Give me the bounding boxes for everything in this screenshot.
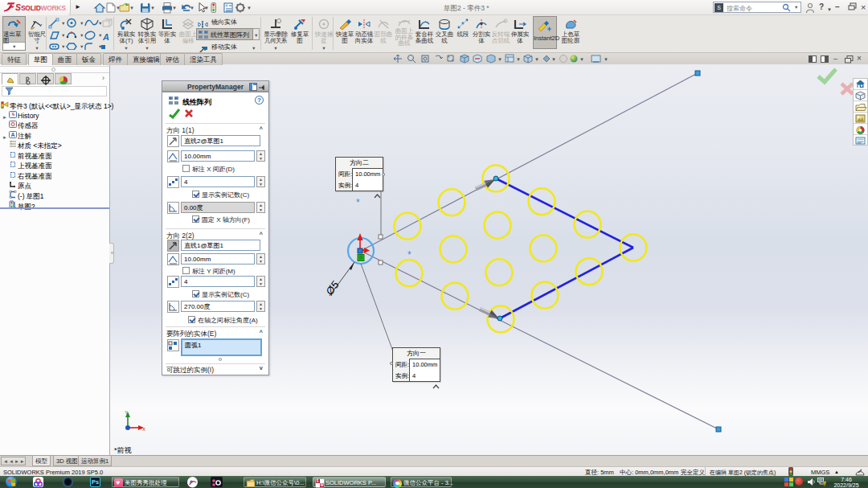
svg-text:*前视: *前视 [114,446,132,454]
svg-text:▼: ▼ [604,57,608,62]
svg-text:▼: ▼ [204,6,209,10]
svg-text:▼: ▼ [172,6,177,10]
svg-text:*: * [356,197,360,208]
svg-text:Ø5: Ø5 [323,278,342,297]
svg-text:X: X [142,427,145,432]
svg-text:Y: Y [125,410,128,415]
svg-text:▼: ▼ [247,6,252,10]
svg-text:▼: ▼ [150,6,155,10]
svg-text:*: * [407,249,411,260]
svg-text:▼: ▼ [534,57,539,62]
svg-text:S: S [317,479,319,483]
svg-text:A: A [102,32,109,42]
svg-text:WORKS: WORKS [41,4,67,12]
svg-text:A: A [11,132,15,137]
svg-text:▼: ▼ [497,57,502,62]
svg-text:▼: ▼ [579,57,584,62]
svg-text:SOLID: SOLID [21,4,41,12]
svg-text:▼: ▼ [129,6,134,10]
svg-text:S: S [15,2,21,12]
svg-text:▼: ▼ [551,57,556,62]
svg-text:▼: ▼ [516,57,521,62]
svg-text:▼: ▼ [190,6,194,10]
